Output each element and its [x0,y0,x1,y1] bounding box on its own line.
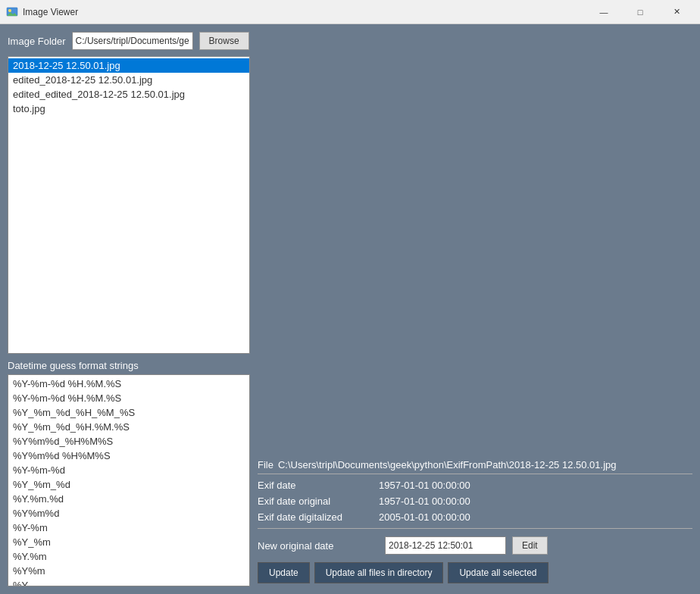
exif-value: 2005-01-01 00:00:00 [379,511,470,523]
new-date-row: New original date Edit [258,532,692,559]
exif-value: 1957-01-01 00:00:00 [379,480,470,491]
datetime-list-item[interactable]: %Y_%m_%d_%H_%M_%S [8,405,249,420]
image-folder-row: Image Folder Browse [8,32,692,50]
datetime-list-item[interactable]: %Y_%m [8,535,249,549]
browse-button[interactable]: Browse [199,32,249,50]
file-path-row: File C:\Users\tripl\Documents\geek\pytho… [258,455,692,474]
new-original-date-label: New original date [258,540,379,552]
datetime-list-item[interactable]: %Y-%m-%d %H.%M.%S [8,377,249,391]
app-icon [6,6,18,18]
main-window: Image Viewer — □ ✕ Image Folder Browse 2… [0,0,700,594]
datetime-list-item[interactable]: %Y_%m_%d [8,477,249,492]
datetime-list-item[interactable]: %Y%m [8,564,249,578]
datetime-list-item[interactable]: %Y%m%d [8,506,249,521]
exif-rows-container: Exif date1957-01-01 00:00:00Exif date or… [258,477,692,525]
datetime-list-item[interactable]: %Y%m%d_%H%M%S [8,434,249,449]
file-list-item[interactable]: edited_2018-12-25 12.50.01.jpg [8,73,249,87]
exif-row: Exif date1957-01-01 00:00:00 [258,477,692,493]
svg-point-1 [8,9,11,12]
exif-row: Exif date original1957-01-01 00:00:00 [258,493,692,509]
maximize-button[interactable]: □ [623,1,658,23]
update-button[interactable]: Update [258,562,310,583]
image-preview-area [258,56,692,455]
datetime-list-item[interactable]: %Y-%m-%d [8,463,249,477]
datetime-section: Datetime guess format strings %Y-%m-%d %… [8,360,250,586]
main-layout: 2018-12-25 12.50.01.jpgedited_2018-12-25… [8,56,692,586]
divider [258,528,692,529]
exif-value: 1957-01-01 00:00:00 [379,496,470,507]
file-list: 2018-12-25 12.50.01.jpgedited_2018-12-25… [8,57,249,117]
exif-key: Exif date [258,480,379,491]
new-date-input[interactable] [385,536,506,555]
update-all-files-button[interactable]: Update all files in directory [314,562,444,583]
action-buttons-row: Update Update all files in directory Upd… [258,559,692,586]
datetime-list-item[interactable]: %Y-%m-%d %H.%M.%S [8,391,249,405]
exif-key: Exif date original [258,496,379,507]
file-list-item[interactable]: toto.jpg [8,102,249,116]
close-button[interactable]: ✕ [659,1,694,23]
datetime-list-item[interactable]: %Y_%m_%d_%H.%M.%S [8,420,249,434]
edit-button[interactable]: Edit [512,536,548,555]
exif-row: Exif date digitalized2005-01-01 00:00:00 [258,509,692,525]
file-list-container[interactable]: 2018-12-25 12.50.01.jpgedited_2018-12-25… [8,56,250,354]
datetime-list: %Y-%m-%d %H.%M.%S%Y-%m-%d %H.%M.%S%Y_%m_… [8,375,249,586]
update-all-selected-button[interactable]: Update all selected [448,562,548,583]
file-info-section: File C:\Users\tripl\Documents\geek\pytho… [258,455,692,586]
content-area: Image Folder Browse 2018-12-25 12.50.01.… [0,24,700,594]
datetime-list-item[interactable]: %Y%m%d %H%M%S [8,449,249,463]
right-panel: File C:\Users\tripl\Documents\geek\pytho… [258,56,692,586]
datetime-list-item[interactable]: %Y.%m [8,549,249,564]
datetime-list-item[interactable]: %Y [8,578,249,586]
file-list-item[interactable]: 2018-12-25 12.50.01.jpg [8,58,249,73]
file-label: File [258,459,273,471]
left-panel: 2018-12-25 12.50.01.jpgedited_2018-12-25… [8,56,250,586]
file-path-value: C:\Users\tripl\Documents\geek\python\Exi… [278,459,617,471]
minimize-button[interactable]: — [586,1,621,23]
datetime-list-item[interactable]: %Y-%m [8,521,249,535]
datetime-list-container[interactable]: %Y-%m-%d %H.%M.%S%Y-%m-%d %H.%M.%S%Y_%m_… [8,374,250,586]
datetime-list-item[interactable]: %Y.%m.%d [8,492,249,506]
title-bar: Image Viewer — □ ✕ [0,0,700,24]
file-list-item[interactable]: edited_edited_2018-12-25 12.50.01.jpg [8,87,249,102]
window-title: Image Viewer [23,7,586,17]
window-controls: — □ ✕ [586,1,694,23]
exif-key: Exif date digitalized [258,511,379,523]
folder-path-input[interactable] [72,32,193,50]
datetime-section-label: Datetime guess format strings [8,360,250,371]
image-folder-label: Image Folder [8,36,66,47]
